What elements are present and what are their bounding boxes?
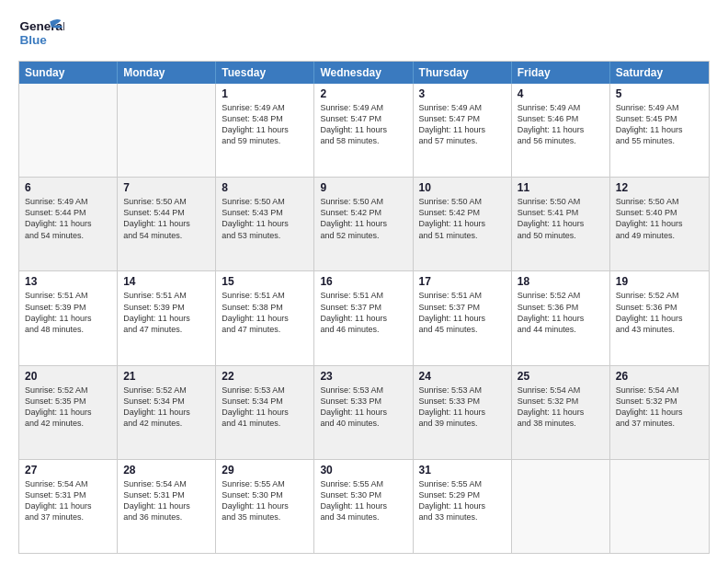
day-number: 16 <box>320 275 406 288</box>
calendar-header: SundayMondayTuesdayWednesdayThursdayFrid… <box>19 62 709 84</box>
day-info: Sunrise: 5:54 AMSunset: 5:32 PMDaylight:… <box>616 385 703 430</box>
calendar-day-16: 16Sunrise: 5:51 AMSunset: 5:37 PMDayligh… <box>314 271 413 364</box>
weekday-header-thursday: Thursday <box>414 62 512 84</box>
calendar-day-3: 3Sunrise: 5:49 AMSunset: 5:47 PMDaylight… <box>414 84 512 177</box>
day-info: Sunrise: 5:49 AMSunset: 5:47 PMDaylight:… <box>419 102 506 147</box>
day-info: Sunrise: 5:52 AMSunset: 5:36 PMDaylight:… <box>616 290 703 335</box>
day-number: 10 <box>419 181 506 194</box>
calendar-day-27: 27Sunrise: 5:54 AMSunset: 5:31 PMDayligh… <box>19 460 118 553</box>
day-number: 13 <box>25 275 111 288</box>
day-info: Sunrise: 5:52 AMSunset: 5:34 PMDaylight:… <box>123 385 210 430</box>
day-info: Sunrise: 5:50 AMSunset: 5:40 PMDaylight:… <box>616 196 703 241</box>
calendar-day-8: 8Sunrise: 5:50 AMSunset: 5:43 PMDaylight… <box>216 178 314 270</box>
calendar-day-13: 13Sunrise: 5:51 AMSunset: 5:39 PMDayligh… <box>19 271 118 364</box>
calendar-day-18: 18Sunrise: 5:52 AMSunset: 5:36 PMDayligh… <box>512 271 610 364</box>
day-number: 19 <box>616 275 703 288</box>
day-number: 9 <box>320 181 406 194</box>
day-number: 14 <box>123 275 210 288</box>
calendar-day-9: 9Sunrise: 5:50 AMSunset: 5:42 PMDaylight… <box>314 178 413 270</box>
day-info: Sunrise: 5:53 AMSunset: 5:33 PMDaylight:… <box>419 385 506 430</box>
calendar-week-5: 27Sunrise: 5:54 AMSunset: 5:31 PMDayligh… <box>19 460 709 553</box>
day-number: 1 <box>222 87 308 100</box>
day-number: 6 <box>25 181 111 194</box>
day-number: 22 <box>222 370 308 383</box>
day-number: 26 <box>616 370 703 383</box>
day-info: Sunrise: 5:51 AMSunset: 5:39 PMDaylight:… <box>25 290 111 335</box>
weekday-header-wednesday: Wednesday <box>314 62 413 84</box>
day-info: Sunrise: 5:54 AMSunset: 5:31 PMDaylight:… <box>25 478 111 523</box>
calendar-day-31: 31Sunrise: 5:55 AMSunset: 5:29 PMDayligh… <box>414 460 512 553</box>
calendar-day-14: 14Sunrise: 5:51 AMSunset: 5:39 PMDayligh… <box>118 271 216 364</box>
day-info: Sunrise: 5:49 AMSunset: 5:46 PMDaylight:… <box>518 102 604 147</box>
day-info: Sunrise: 5:50 AMSunset: 5:41 PMDaylight:… <box>518 196 604 241</box>
day-number: 21 <box>123 370 210 383</box>
calendar-day-19: 19Sunrise: 5:52 AMSunset: 5:36 PMDayligh… <box>610 271 709 364</box>
day-info: Sunrise: 5:53 AMSunset: 5:33 PMDaylight:… <box>320 385 406 430</box>
day-number: 11 <box>518 181 604 194</box>
day-info: Sunrise: 5:51 AMSunset: 5:37 PMDaylight:… <box>320 290 406 335</box>
day-info: Sunrise: 5:52 AMSunset: 5:36 PMDaylight:… <box>518 290 604 335</box>
day-number: 15 <box>222 275 308 288</box>
calendar-day-5: 5Sunrise: 5:49 AMSunset: 5:45 PMDaylight… <box>610 84 709 177</box>
calendar-day-30: 30Sunrise: 5:55 AMSunset: 5:30 PMDayligh… <box>314 460 413 553</box>
day-info: Sunrise: 5:50 AMSunset: 5:42 PMDaylight:… <box>419 196 506 241</box>
day-info: Sunrise: 5:54 AMSunset: 5:32 PMDaylight:… <box>518 385 604 430</box>
day-info: Sunrise: 5:50 AMSunset: 5:43 PMDaylight:… <box>222 196 308 241</box>
header: General Blue <box>18 15 710 52</box>
calendar-week-3: 13Sunrise: 5:51 AMSunset: 5:39 PMDayligh… <box>19 271 709 365</box>
calendar-day-12: 12Sunrise: 5:50 AMSunset: 5:40 PMDayligh… <box>610 178 709 270</box>
weekday-header-tuesday: Tuesday <box>216 62 314 84</box>
calendar-week-4: 20Sunrise: 5:52 AMSunset: 5:35 PMDayligh… <box>19 366 709 460</box>
calendar-day-empty <box>19 84 118 177</box>
day-number: 5 <box>616 87 703 100</box>
weekday-header-friday: Friday <box>512 62 610 84</box>
day-number: 30 <box>320 464 406 477</box>
day-number: 3 <box>419 87 506 100</box>
calendar-day-22: 22Sunrise: 5:53 AMSunset: 5:34 PMDayligh… <box>216 366 314 459</box>
calendar-day-17: 17Sunrise: 5:51 AMSunset: 5:37 PMDayligh… <box>414 271 512 364</box>
calendar-day-6: 6Sunrise: 5:49 AMSunset: 5:44 PMDaylight… <box>19 178 118 270</box>
day-number: 23 <box>320 370 406 383</box>
day-info: Sunrise: 5:55 AMSunset: 5:30 PMDaylight:… <box>320 478 406 523</box>
calendar-day-15: 15Sunrise: 5:51 AMSunset: 5:38 PMDayligh… <box>216 271 314 364</box>
day-number: 18 <box>518 275 604 288</box>
calendar: SundayMondayTuesdayWednesdayThursdayFrid… <box>18 61 710 554</box>
day-number: 4 <box>518 87 604 100</box>
calendar-day-11: 11Sunrise: 5:50 AMSunset: 5:41 PMDayligh… <box>512 178 610 270</box>
day-info: Sunrise: 5:50 AMSunset: 5:42 PMDaylight:… <box>320 196 406 241</box>
calendar-day-empty <box>118 84 216 177</box>
calendar-day-24: 24Sunrise: 5:53 AMSunset: 5:33 PMDayligh… <box>414 366 512 459</box>
calendar-day-10: 10Sunrise: 5:50 AMSunset: 5:42 PMDayligh… <box>414 178 512 270</box>
calendar-day-23: 23Sunrise: 5:53 AMSunset: 5:33 PMDayligh… <box>314 366 413 459</box>
weekday-header-monday: Monday <box>118 62 216 84</box>
day-info: Sunrise: 5:49 AMSunset: 5:47 PMDaylight:… <box>320 102 406 147</box>
day-number: 29 <box>222 464 308 477</box>
weekday-header-sunday: Sunday <box>19 62 118 84</box>
day-number: 7 <box>123 181 210 194</box>
calendar-week-1: 1Sunrise: 5:49 AMSunset: 5:48 PMDaylight… <box>19 84 709 178</box>
calendar-day-2: 2Sunrise: 5:49 AMSunset: 5:47 PMDaylight… <box>314 84 413 177</box>
day-info: Sunrise: 5:51 AMSunset: 5:38 PMDaylight:… <box>222 290 308 335</box>
calendar-day-1: 1Sunrise: 5:49 AMSunset: 5:48 PMDaylight… <box>216 84 314 177</box>
day-info: Sunrise: 5:51 AMSunset: 5:39 PMDaylight:… <box>123 290 210 335</box>
calendar-body: 1Sunrise: 5:49 AMSunset: 5:48 PMDaylight… <box>19 84 709 553</box>
page: General Blue SundayMondayTuesdayWednesda… <box>0 0 728 563</box>
calendar-day-20: 20Sunrise: 5:52 AMSunset: 5:35 PMDayligh… <box>19 366 118 459</box>
day-number: 12 <box>616 181 703 194</box>
day-number: 8 <box>222 181 308 194</box>
day-number: 17 <box>419 275 506 288</box>
day-number: 2 <box>320 87 406 100</box>
calendar-week-2: 6Sunrise: 5:49 AMSunset: 5:44 PMDaylight… <box>19 178 709 271</box>
calendar-day-26: 26Sunrise: 5:54 AMSunset: 5:32 PMDayligh… <box>610 366 709 459</box>
calendar-day-28: 28Sunrise: 5:54 AMSunset: 5:31 PMDayligh… <box>118 460 216 553</box>
day-info: Sunrise: 5:55 AMSunset: 5:30 PMDaylight:… <box>222 478 308 523</box>
day-number: 28 <box>123 464 210 477</box>
day-info: Sunrise: 5:54 AMSunset: 5:31 PMDaylight:… <box>123 478 210 523</box>
day-info: Sunrise: 5:49 AMSunset: 5:45 PMDaylight:… <box>616 102 703 147</box>
day-info: Sunrise: 5:55 AMSunset: 5:29 PMDaylight:… <box>419 478 506 523</box>
day-info: Sunrise: 5:52 AMSunset: 5:35 PMDaylight:… <box>25 385 111 430</box>
day-number: 25 <box>518 370 604 383</box>
calendar-day-29: 29Sunrise: 5:55 AMSunset: 5:30 PMDayligh… <box>216 460 314 553</box>
weekday-header-saturday: Saturday <box>610 62 709 84</box>
calendar-day-25: 25Sunrise: 5:54 AMSunset: 5:32 PMDayligh… <box>512 366 610 459</box>
